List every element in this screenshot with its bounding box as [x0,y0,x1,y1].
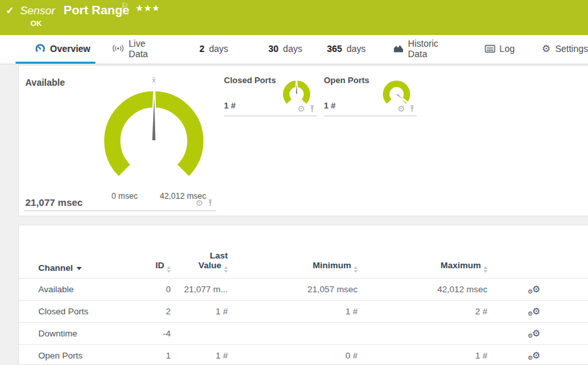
channel-id: 1 [116,351,171,360]
log-list-icon [485,45,495,53]
area-chart-icon [393,44,404,53]
channel-name[interactable]: Downtime [38,329,116,338]
flag-icon[interactable]: ⚐ [121,1,129,10]
channel-settings-icon[interactable]: ⚙⚙ [528,329,541,338]
column-header-last-value[interactable]: LastValue [171,251,228,273]
minimum-value: 0 # [228,351,358,360]
gauge-tile-closed-ports: Closed Ports 1 # ⚙ [224,73,317,116]
column-header-channel[interactable]: Channel [38,263,116,273]
broadcast-icon [112,44,124,53]
gauge-title: Open Ports [324,75,369,85]
status-check-icon: ✓ [6,5,14,16]
gauge-title: Available [25,77,65,88]
sensor-type-label: Sensor [20,5,55,18]
channel-name[interactable]: Available [38,284,116,294]
stars-empty[interactable]: ☆☆ [136,3,152,13]
column-header-id[interactable]: ID [116,260,171,273]
tab-settings[interactable]: ⚙ Settings [542,35,588,64]
gauges-panel: Available x̄ 0 msec 42,012 msec 21,077 m… [18,65,588,216]
tab-label: Overview [50,44,90,54]
tab-label: days [283,44,302,54]
table-row-available: Available 0 21,077 m... 21,057 msec 42,0… [19,279,588,301]
maximum-value: 1 # [358,351,487,360]
tab-label: Settings [555,44,588,54]
tab-live-data[interactable]: Live Data [112,35,162,64]
gauge-min-label: 0 msec [112,192,138,201]
gauge-value: 1 # [324,101,336,110]
minimum-value: 1 # [228,307,358,316]
channel-name[interactable]: Closed Ports [38,307,116,316]
maximum-value: 2 # [358,307,487,316]
column-header-minimum[interactable]: Minimum [228,260,358,273]
tab-label: days [209,44,228,54]
gauge-title: Closed Ports [224,75,276,85]
gauge-value: 1 # [224,101,236,110]
maximum-value: 42,012 msec [358,284,487,294]
sort-desc-icon[interactable] [77,267,82,270]
channel-id: 0 [116,284,171,294]
sensor-header: ✓ Sensor Port Range ⚐ ★★★☆☆ OK [0,0,588,35]
channel-name[interactable]: Open Ports [38,351,116,360]
tab-bar: Overview Live Data 2 days 30 days 365 da… [0,35,588,64]
table-row-closed-ports: Closed Ports 2 1 # 1 # 2 # ⚙⚙ [19,301,588,323]
table-row-open-ports: Open Ports 1 1 # 0 # 1 # ⚙⚙ [19,345,588,365]
gear-icon[interactable]: ⚙ [297,105,305,113]
column-header-maximum[interactable]: Maximum [358,260,487,273]
channel-settings-icon[interactable]: ⚙⚙ [528,307,541,316]
sensor-title: Port Range [64,3,129,18]
tab-number: 30 [269,44,279,54]
prtg-sensor-page: ✓ Sensor Port Range ⚐ ★★★☆☆ OK Overview … [0,0,588,365]
channel-settings-icon[interactable]: ⚙⚙ [528,351,541,360]
minimum-value: 21,057 msec [228,284,358,294]
channel-id: 2 [116,307,171,316]
gauge-tile-available: Available x̄ 0 msec 42,012 msec 21,077 m… [24,73,216,211]
available-gauge [97,81,211,180]
last-value: 1 # [171,307,228,316]
gauge-icon [35,44,45,54]
last-value: 21,077 m... [171,284,228,294]
status-badge: OK [31,19,42,27]
tab-log[interactable]: Log [485,35,515,64]
tab-30-days[interactable]: 30 days [269,35,302,64]
pin-icon[interactable] [207,199,214,207]
gauge-needle [295,79,298,94]
gauge-tile-open-ports: Open Ports 1 # ⚙ [324,73,417,116]
pin-icon[interactable] [409,105,415,113]
tab-historic-data[interactable]: Historic Data [393,35,454,64]
tab-overview[interactable]: Overview [16,35,95,64]
sort-icon[interactable] [484,266,487,273]
tab-label: Live Data [129,38,162,59]
tab-365-days[interactable]: 365 days [327,35,366,64]
channel-table-panel: Channel ID LastValue Minimum Maximum Ava… [18,225,588,365]
tab-label: Historic Data [408,38,454,59]
pin-icon[interactable] [309,105,315,113]
tab-label: Log [500,44,515,54]
gauge-value: 21,077 msec [25,197,82,208]
gear-icon[interactable]: ⚙ [397,105,405,113]
tab-number: 365 [327,44,342,54]
tab-2-days[interactable]: 2 days [199,35,228,64]
channel-settings-icon[interactable]: ⚙⚙ [528,284,541,294]
tab-label: days [347,44,366,54]
channel-id: -4 [116,329,171,338]
tab-number: 2 [199,44,204,54]
last-value: 1 # [171,351,228,360]
gear-icon[interactable]: ⚙ [195,199,203,207]
table-row-downtime: Downtime -4 ⚙⚙ [19,323,588,345]
gear-icon: ⚙ [542,43,550,55]
table-header-row: Channel ID LastValue Minimum Maximum [19,225,588,279]
